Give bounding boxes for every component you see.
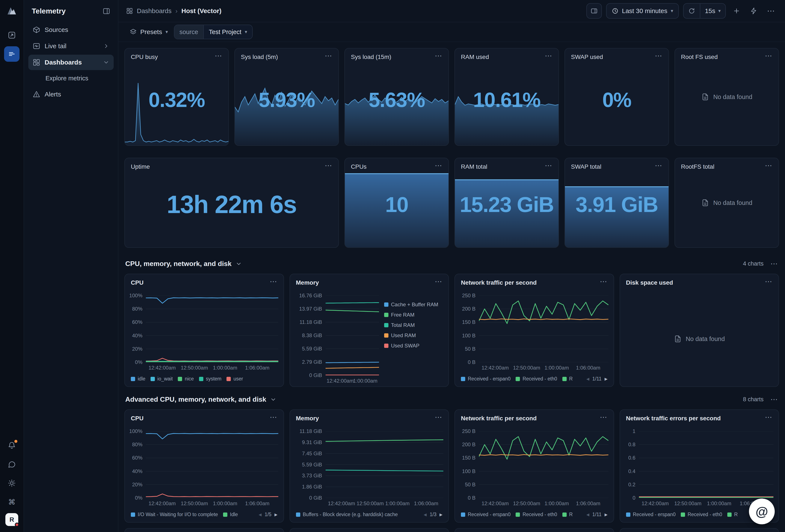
legend-item[interactable]: Free RAM bbox=[384, 312, 444, 318]
card-menu-button[interactable]: ⋯ bbox=[545, 54, 553, 58]
legend-item[interactable]: Received - erspan0 bbox=[461, 376, 510, 382]
section-chart-count: 8 charts bbox=[743, 396, 764, 403]
legend-item[interactable]: Cache + Buffer RAM bbox=[384, 301, 444, 308]
stat-row-1: CPU busy ⋯ 0.32% Sys load (5m) ⋯ 5.93% S… bbox=[124, 48, 779, 146]
card-menu-button[interactable]: ⋯ bbox=[545, 163, 553, 168]
refresh-button[interactable] bbox=[684, 4, 700, 18]
refresh-interval-button[interactable]: 15s ▾ bbox=[700, 4, 725, 18]
section-header[interactable]: Advanced CPU, memory, network, and disk8… bbox=[125, 396, 778, 403]
legend-item[interactable]: R bbox=[562, 376, 573, 382]
sidebar-item-dashboards[interactable]: Dashboards bbox=[28, 55, 114, 70]
chevron-down-icon: ▾ bbox=[166, 30, 168, 34]
user-avatar[interactable]: R bbox=[5, 513, 18, 526]
time-range-label: Last 30 minutes bbox=[622, 7, 667, 15]
section-menu-button[interactable]: ⋯ bbox=[770, 262, 778, 266]
legend-swatch bbox=[626, 512, 630, 517]
legend-item[interactable]: I/O Wait - Waiting for I/O to complete bbox=[131, 512, 218, 517]
legend-item[interactable]: io_wait bbox=[151, 376, 173, 382]
sidebar-item-alerts[interactable]: Alerts bbox=[28, 87, 114, 102]
launch-button[interactable] bbox=[4, 27, 20, 43]
notifications-button[interactable] bbox=[4, 438, 20, 453]
card-menu-button[interactable]: ⋯ bbox=[600, 415, 608, 419]
card-menu-button[interactable]: ⋯ bbox=[215, 54, 222, 58]
legend-item[interactable]: Received - eth0 bbox=[515, 512, 557, 517]
dashboards-grid-icon bbox=[33, 58, 40, 66]
more-menu-button[interactable]: ⋯ bbox=[764, 3, 777, 19]
x-axis-label: 12:50:00am bbox=[513, 365, 540, 371]
legend-item[interactable]: nice bbox=[178, 376, 194, 382]
card-menu-button[interactable]: ⋯ bbox=[270, 415, 278, 419]
legend-item[interactable]: R bbox=[727, 512, 738, 517]
card-menu-button[interactable]: ⋯ bbox=[435, 415, 442, 419]
legend-item[interactable]: Received - erspan0 bbox=[461, 512, 510, 517]
card-menu-button[interactable]: ⋯ bbox=[765, 279, 773, 284]
card-menu-button[interactable]: ⋯ bbox=[435, 163, 442, 168]
section-title: CPU, memory, network, and disk bbox=[125, 260, 232, 268]
command-menu-button[interactable]: ⌘ bbox=[4, 494, 20, 510]
legend-pager: ◀1/11▶ bbox=[586, 376, 608, 382]
y-axis-label: 250 B bbox=[462, 293, 476, 299]
sidebar-item-explore-metrics[interactable]: Explore metrics bbox=[28, 71, 114, 86]
legend-item[interactable]: Received - eth0 bbox=[515, 376, 557, 382]
sidebar-item-sources[interactable]: Sources bbox=[28, 22, 114, 37]
y-axis: 16.76 GiB13.97 GiB11.18 GiB8.38 GiB5.59 … bbox=[294, 296, 326, 375]
card-menu-button[interactable]: ⋯ bbox=[325, 54, 332, 58]
theme-button[interactable] bbox=[4, 475, 20, 491]
card-menu-button[interactable]: ⋯ bbox=[600, 279, 608, 284]
legend-label: R bbox=[734, 512, 738, 517]
chart-legend: Buffers - Block device (e.g. harddisk) c… bbox=[290, 509, 449, 522]
presets-button[interactable]: Presets ▾ bbox=[130, 28, 168, 35]
sidebar-collapse-button[interactable] bbox=[103, 7, 110, 15]
legend-item[interactable]: R bbox=[562, 512, 573, 517]
card-menu-button[interactable]: ⋯ bbox=[765, 54, 773, 58]
chart-card bbox=[455, 528, 614, 532]
quick-actions-button[interactable] bbox=[747, 3, 760, 19]
card-menu-button[interactable]: ⋯ bbox=[655, 163, 662, 168]
legend-next-button[interactable]: ▶ bbox=[605, 377, 608, 381]
legend-prev-button[interactable]: ◀ bbox=[424, 512, 427, 517]
chat-fab[interactable]: @ bbox=[749, 499, 775, 524]
card-menu-button[interactable]: ⋯ bbox=[655, 54, 662, 58]
legend-next-button[interactable]: ▶ bbox=[275, 512, 278, 517]
legend-item[interactable]: user bbox=[227, 376, 243, 382]
card-menu-button[interactable]: ⋯ bbox=[435, 279, 442, 284]
card-menu-button[interactable]: ⋯ bbox=[435, 54, 442, 58]
breadcrumb-dashboards[interactable]: Dashboards bbox=[137, 7, 172, 15]
legend-item[interactable]: idle bbox=[131, 376, 146, 382]
source-filter-chip[interactable]: source Test Project ▾ bbox=[174, 25, 253, 39]
section-chart-count: 4 charts bbox=[743, 260, 764, 267]
legend-item[interactable]: Received - eth0 bbox=[681, 512, 722, 517]
kiosk-mode-button[interactable] bbox=[586, 3, 602, 19]
alert-triangle-icon bbox=[33, 90, 40, 98]
card-menu-button[interactable]: ⋯ bbox=[325, 163, 332, 168]
legend-item[interactable]: Idle bbox=[223, 512, 238, 517]
rail-dashboards-button[interactable] bbox=[4, 46, 20, 62]
sections-container: CPU, memory, network, and disk4 charts⋯ … bbox=[124, 260, 779, 523]
legend-item[interactable]: Used RAM bbox=[384, 332, 444, 339]
card-menu-button[interactable]: ⋯ bbox=[765, 163, 773, 168]
legend-item[interactable]: Received - erspan0 bbox=[626, 512, 676, 517]
app-title: Telemetry bbox=[32, 7, 66, 15]
legend-prev-button[interactable]: ◀ bbox=[586, 377, 589, 381]
sidebar-item-live-tail[interactable]: Live tail bbox=[28, 38, 114, 54]
add-panel-button[interactable] bbox=[730, 3, 743, 19]
card-menu-button[interactable]: ⋯ bbox=[270, 279, 278, 284]
legend-prev-button[interactable]: ◀ bbox=[259, 512, 262, 517]
legend-item[interactable]: Used SWAP bbox=[384, 343, 444, 349]
section-menu-button[interactable]: ⋯ bbox=[770, 397, 778, 401]
feedback-button[interactable] bbox=[4, 456, 20, 472]
legend-item[interactable]: Buffers - Block device (e.g. harddisk) c… bbox=[296, 512, 398, 517]
y-axis-label: 250 B bbox=[462, 428, 476, 434]
chevron-down-icon bbox=[235, 261, 242, 267]
time-range-button[interactable]: Last 30 minutes ▾ bbox=[606, 3, 679, 19]
legend-prev-button[interactable]: ◀ bbox=[586, 512, 589, 517]
legend-item[interactable]: system bbox=[199, 376, 222, 382]
legend-next-button[interactable]: ▶ bbox=[605, 512, 608, 517]
stat-value: 15.23 GiB bbox=[455, 192, 558, 217]
legend-item[interactable]: Total RAM bbox=[384, 322, 444, 328]
card-menu-button[interactable]: ⋯ bbox=[765, 415, 773, 419]
legend-next-button[interactable]: ▶ bbox=[439, 512, 442, 517]
chart-card: Network traffic per second ⋯ 250 B200 B1… bbox=[455, 274, 614, 387]
section-header[interactable]: CPU, memory, network, and disk4 charts⋯ bbox=[125, 260, 778, 268]
filter-value: Test Project bbox=[209, 28, 242, 35]
